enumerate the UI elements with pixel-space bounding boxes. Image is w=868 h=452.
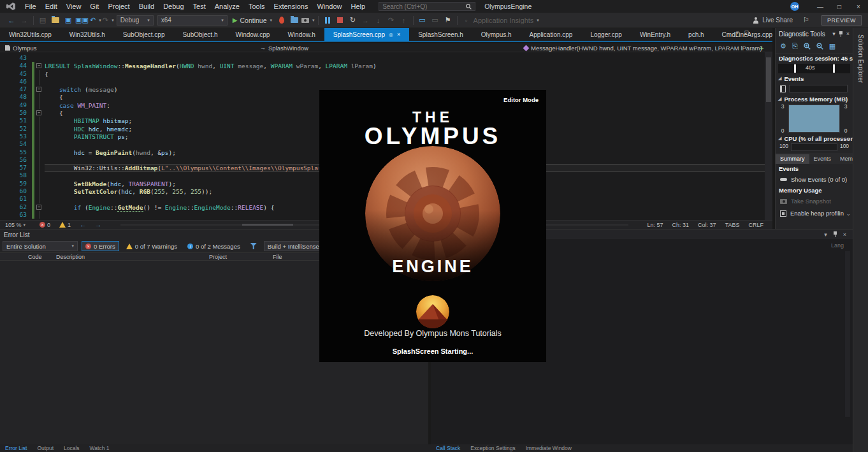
messages-filter-button[interactable]: i 0 of 2 Messages	[184, 241, 243, 251]
platform-dropdown[interactable]: x64▾	[157, 15, 228, 26]
take-snapshot-button[interactable]: Take Snapshot	[776, 195, 853, 207]
browse-icon[interactable]	[289, 15, 300, 26]
diag-settings-icon[interactable]: ⚙	[780, 42, 786, 50]
panel-scrollbar[interactable]	[845, 251, 850, 417]
diagnostics-timeline[interactable]: 40s	[778, 64, 850, 73]
diag-tab-events[interactable]: Events	[809, 154, 836, 164]
configuration-dropdown[interactable]: Debug▾	[117, 15, 154, 26]
save-icon[interactable]: ▣	[62, 15, 74, 26]
bottom-tab-call-stack[interactable]: Call Stack	[431, 445, 465, 451]
fold-gutter[interactable]	[34, 187, 45, 195]
timeline-chart-icon[interactable]: ▦	[829, 42, 835, 50]
menu-edit[interactable]: Edit	[41, 3, 62, 10]
uncomment-icon[interactable]: ▭	[430, 15, 441, 26]
live-share-button[interactable]: Live Share	[762, 17, 793, 24]
bottom-tab-watch-1[interactable]: Watch 1	[85, 445, 115, 451]
code-line-43[interactable]: 43	[0, 54, 765, 62]
error-count-icon[interactable]: ×	[40, 222, 45, 228]
tab-Win32Utils.cpp[interactable]: Win32Utils.cpp	[0, 28, 61, 41]
step-over-icon[interactable]: ↷	[386, 15, 397, 26]
menu-help[interactable]: Help	[347, 3, 370, 10]
menu-project[interactable]: Project	[103, 3, 134, 10]
bookmark-icon[interactable]: ⚑	[442, 15, 454, 26]
maximize-button[interactable]: □	[830, 0, 849, 13]
tab-WinEntry.h[interactable]: WinEntry.h	[631, 28, 679, 41]
breadcrumb-project[interactable]: Olympus	[5, 43, 36, 52]
continue-button[interactable]: ▶ Continue▾	[233, 17, 272, 24]
tab-SplashScreen.cpp[interactable]: SplashScreen.cpp◎×	[324, 28, 409, 41]
show-next-statement-icon[interactable]: →	[360, 15, 372, 26]
code-line-45[interactable]: 45{	[0, 70, 765, 78]
fold-gutter[interactable]	[34, 133, 45, 140]
screenshot-icon[interactable]: ▾	[301, 15, 315, 26]
warnings-filter-button[interactable]: 0 of 7 Warnings	[123, 241, 180, 251]
diag-pin-icon[interactable]	[839, 31, 843, 37]
fold-gutter[interactable]	[34, 54, 45, 62]
panel-dropdown-icon[interactable]: ▾	[824, 231, 827, 238]
code-line-44[interactable]: 44−LRESULT SplashWindow::MessageHandler(…	[0, 62, 765, 69]
tab-SubObject.h[interactable]: SubObject.h	[173, 28, 226, 41]
fold-gutter[interactable]	[34, 211, 45, 219]
breadcrumb-window[interactable]: → SplashWindow	[260, 43, 308, 52]
diag-tab-summary[interactable]: Summary	[776, 154, 809, 164]
errors-filter-button[interactable]: × 0 Errors	[82, 241, 119, 251]
fold-gutter[interactable]	[34, 125, 45, 133]
breadcrumb-add[interactable]: +	[760, 43, 763, 52]
menu-debug[interactable]: Debug	[159, 3, 188, 10]
menu-analyze[interactable]: Analyze	[210, 3, 244, 10]
timeline-marker[interactable]	[794, 64, 796, 73]
save-all-icon[interactable]: ▣▣	[75, 15, 89, 26]
open-folder-icon[interactable]	[50, 15, 61, 26]
diag-dropdown-icon[interactable]: ▾	[832, 31, 835, 37]
fold-gutter[interactable]	[34, 180, 45, 187]
bottom-tab-exception-settings[interactable]: Exception Settings	[465, 445, 520, 451]
memory-section-header[interactable]: ◢ Process Memory (MB)	[776, 94, 853, 103]
search-input[interactable]: Search (Ctrl+Q)	[379, 2, 475, 11]
fold-gutter[interactable]	[34, 93, 45, 101]
fold-gutter[interactable]: −	[34, 62, 45, 69]
warning-count-icon[interactable]	[59, 222, 66, 228]
fold-gutter[interactable]	[34, 70, 45, 78]
solution-explorer-side-tab[interactable]: Solution Explorer	[853, 28, 868, 452]
tab-SubObject.cpp[interactable]: SubObject.cpp	[114, 28, 174, 41]
code-line-46[interactable]: 46	[0, 78, 765, 85]
menu-view[interactable]: View	[62, 3, 86, 10]
scope-dropdown[interactable]: Entire Solution▾	[3, 241, 78, 251]
tab-overflow-icon[interactable]: ▾	[736, 29, 739, 36]
fold-gutter[interactable]	[34, 117, 45, 124]
zoom-in-icon[interactable]	[804, 43, 811, 50]
fold-gutter[interactable]	[34, 140, 45, 148]
menu-build[interactable]: Build	[134, 3, 159, 10]
events-section-header[interactable]: ◢ Events	[776, 74, 853, 83]
timeline-marker[interactable]	[833, 64, 835, 73]
minimize-button[interactable]: —	[811, 0, 830, 13]
menu-window[interactable]: Window	[312, 3, 346, 10]
pin-icon[interactable]	[834, 231, 837, 237]
undo-icon[interactable]: ↶▾	[90, 15, 101, 26]
comment-icon[interactable]: ▭	[417, 15, 428, 26]
tab-Logger.cpp[interactable]: Logger.cpp	[581, 28, 631, 41]
editor-vertical-scrollbar[interactable]	[765, 52, 772, 220]
feedback-icon[interactable]: ⚐	[800, 15, 812, 26]
restart-icon[interactable]: ↻	[347, 15, 359, 26]
scroll-down-icon[interactable]: ⌄	[846, 135, 851, 142]
enable-heap-profiling-button[interactable]: Enable heap profilin ⌄	[776, 207, 853, 219]
scroll-down-icon[interactable]: ⌄	[846, 210, 851, 217]
next-issue-icon[interactable]: →	[95, 221, 101, 228]
hot-reload-icon[interactable]	[276, 15, 287, 26]
tab-SplashScreen.h[interactable]: SplashScreen.h	[409, 28, 472, 41]
status-tabs[interactable]: TABS	[725, 222, 740, 228]
fold-gutter[interactable]	[34, 101, 45, 109]
navigate-forward-icon[interactable]: →	[18, 15, 30, 26]
pause-icon[interactable]	[322, 15, 333, 26]
preview-button[interactable]: PREVIEW	[821, 15, 862, 26]
close-button[interactable]: ×	[849, 0, 868, 13]
app-insights-dropdown[interactable]: Application Insights▾	[474, 15, 539, 26]
step-out-icon[interactable]: ↑	[398, 15, 410, 26]
fold-gutter[interactable]	[34, 78, 45, 85]
tab-Application.cpp[interactable]: Application.cpp	[521, 28, 582, 41]
diag-export-icon[interactable]: ⎘	[792, 42, 798, 50]
bottom-tab-output[interactable]: Output	[32, 445, 59, 451]
bottom-tab-immediate-window[interactable]: Immediate Window	[521, 445, 577, 451]
fold-gutter[interactable]: −	[34, 85, 45, 93]
